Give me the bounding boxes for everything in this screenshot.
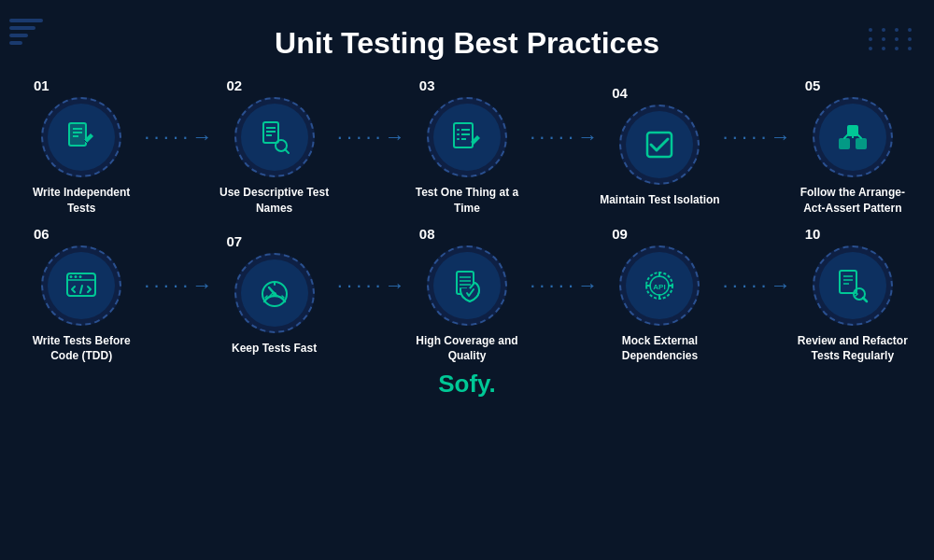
practice-item-8: 08 High Coverage and Quality [404, 226, 530, 365]
arrow-1: · · · · · → [144, 125, 211, 149]
item-label-5: Follow the Arrange-Act-Assert Pattern [792, 185, 913, 217]
document-magnify-icon [835, 268, 870, 303]
svg-point-28 [79, 275, 82, 278]
item-number-5: 05 [805, 77, 821, 93]
shield-checklist-icon [449, 268, 485, 303]
item-label-3: Test One Thing at a Time [406, 185, 528, 217]
item-label-9: Mock External Dependencies [599, 333, 720, 365]
icon-circle-4 [619, 105, 700, 185]
row-2: 06 Write Tests Before Code (TDD) [19, 226, 915, 365]
item-number-1: 01 [34, 77, 50, 93]
icon-circle-10 [813, 245, 893, 326]
item-label-4: Maintain Test Isolation [600, 192, 719, 208]
practices-container: 01 Write Independent Tests · · · · · → [0, 77, 934, 364]
svg-text:API: API [654, 283, 666, 291]
icon-circle-2 [234, 97, 315, 177]
svg-line-11 [285, 149, 289, 153]
code-brackets-icon [64, 268, 99, 303]
brand-name: Sofy. [438, 370, 496, 398]
svg-line-51 [863, 298, 867, 301]
brand-footer: Sofy. [0, 370, 934, 399]
item-number-8: 08 [419, 226, 435, 242]
icon-circle-6 [41, 245, 121, 326]
magnify-document-icon [257, 119, 292, 155]
arrow-3: · · · · · → [530, 125, 597, 149]
svg-rect-21 [856, 138, 867, 149]
arrow-8: · · · · · → [530, 273, 597, 298]
item-label-7: Keep Tests Fast [232, 341, 317, 357]
arrow-6: · · · · · → [144, 273, 211, 298]
icon-circle-8 [427, 245, 507, 326]
icon-circle-9: API [619, 245, 700, 326]
item-label-1: Write Independent Tests [21, 185, 142, 217]
arrow-9: · · · · · → [723, 273, 790, 298]
arrow-7: · · · · · → [337, 273, 404, 298]
item-label-6: Write Tests Before Code (TDD) [21, 333, 142, 365]
row-1: 01 Write Independent Tests · · · · · → [19, 77, 915, 217]
icon-circle-5 [813, 97, 893, 177]
svg-rect-0 [69, 123, 86, 146]
item-label-10: Review and Refactor Tests Regularly [792, 333, 913, 365]
api-gear-icon: API [642, 268, 677, 303]
item-number-7: 07 [226, 233, 242, 249]
bg-decoration-right [869, 28, 915, 50]
icon-circle-3 [427, 97, 507, 177]
practice-item-1: 01 Write Independent Tests [19, 77, 144, 217]
item-label-8: High Coverage and Quality [406, 333, 528, 365]
svg-line-29 [80, 286, 82, 293]
bg-decoration-left [9, 19, 43, 45]
speedometer-icon [257, 275, 292, 311]
item-label-2: Use Descriptive Test Names [214, 185, 335, 217]
icon-circle-7 [234, 253, 315, 333]
item-number-2: 02 [226, 77, 242, 93]
svg-point-27 [75, 275, 78, 278]
practice-item-2: 02 Use Descriptive Test Names [211, 77, 336, 217]
arrows-boxes-icon [835, 119, 870, 155]
practice-item-6: 06 Write Tests Before Code (TDD) [19, 226, 144, 365]
arrow-2: · · · · · → [337, 125, 404, 149]
practice-item-9: 09 API Mock External Dependencies [597, 226, 722, 365]
checkbox-icon [642, 127, 677, 162]
item-number-6: 06 [34, 226, 50, 242]
practice-item-5: 05 Follow the Arrange-Act-Assert Pattern [790, 77, 915, 217]
icon-circle-1 [41, 97, 121, 177]
document-pencil-icon [64, 119, 99, 155]
practice-item-7: 07 Keep Tests Fast [211, 233, 336, 357]
page-title: Unit Testing Best Practices [0, 0, 934, 77]
item-number-3: 03 [419, 77, 435, 93]
svg-rect-46 [840, 271, 856, 293]
svg-point-26 [70, 275, 73, 278]
checklist-pencil-icon [449, 119, 485, 155]
practice-item-10: 10 Review and Refactor Tests Regularly [790, 226, 915, 365]
practice-item-3: 03 Test One Thing at a Time [404, 77, 530, 217]
svg-rect-20 [839, 138, 850, 149]
item-number-9: 09 [612, 226, 628, 242]
arrow-4: · · · · · → [723, 125, 790, 149]
item-number-4: 04 [612, 85, 628, 101]
item-number-10: 10 [805, 226, 821, 242]
practice-item-4: 04 Maintain Test Isolation [597, 85, 722, 208]
